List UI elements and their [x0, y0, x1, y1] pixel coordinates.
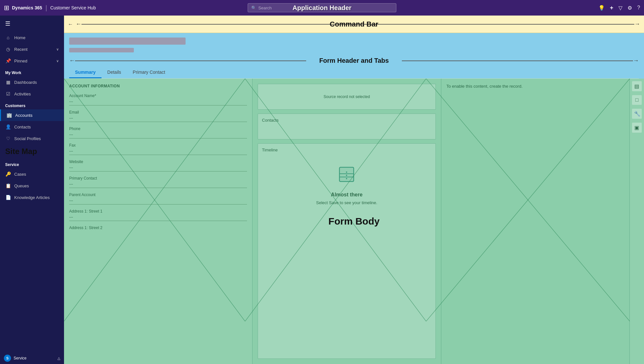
field-label-email: Email [69, 110, 247, 115]
field-label-address-street2: Address 1: Street 2 [69, 226, 247, 230]
form-sidebar-icon-box[interactable]: □ [632, 95, 642, 105]
field-value-account-name[interactable]: --- [69, 99, 247, 104]
content-area: ← ← Command Bar → ← Form Header and Tabs… [64, 16, 644, 364]
form-header-label: Form Header and Tabs [306, 57, 402, 64]
back-button[interactable]: ← [68, 21, 73, 27]
cases-icon: 🔑 [5, 171, 11, 177]
timeline-almost-there: Almost there [331, 192, 363, 198]
timeline-card: Timeline [258, 143, 435, 359]
field-value-primary-contact[interactable]: --- [69, 182, 247, 186]
user-avatar: S [4, 355, 11, 362]
sidebar-item-pinned[interactable]: 📌 Pinned ∨ [0, 55, 64, 67]
contacts-card-title: Contacts [262, 118, 431, 123]
tab-primary-contact[interactable]: Primary Contact [127, 67, 171, 78]
form-icon-sidebar: ▤ □ 🔧 ▣ [630, 79, 644, 364]
form-header: ← Form Header and Tabs → Summary Details… [64, 33, 644, 79]
section-customers: Customers [0, 100, 64, 109]
waffle-icon[interactable]: ⊞ [4, 4, 9, 12]
contacts-card: Contacts [258, 114, 435, 139]
sidebar-item-label: Queues [14, 183, 29, 188]
sidebar-item-label: Activities [14, 92, 31, 96]
field-label-account-name: Account Name* [69, 94, 247, 98]
sidebar-item-social-profiles[interactable]: ♡ Social Profiles [0, 133, 64, 144]
form-tabs: Summary Details Primary Contact [69, 67, 639, 79]
contacts-icon: 👤 [5, 124, 11, 129]
search-bar[interactable]: 🔍 Search [248, 3, 396, 12]
dashboards-icon: ▦ [5, 80, 11, 85]
app-logo: Dynamics 365 [12, 5, 42, 10]
field-underline [69, 171, 247, 171]
fh-line [75, 61, 306, 61]
sidebar: ☰ ⌂ Home ◷ Recent ∨ 📌 Pinned ∨ My Work ▦… [0, 16, 64, 364]
sidebar-item-label: Dashboards [14, 80, 37, 85]
site-map-label: Site Map [0, 144, 64, 159]
enable-content-text: To enable this content, create the recor… [446, 84, 624, 89]
form-body: Form Body ACCOUNT INFORMATION Account Na… [64, 79, 644, 364]
source-record-card: Source record not selected [258, 84, 435, 110]
sidebar-toggle[interactable]: ☰ [0, 16, 64, 32]
sidebar-item-recent[interactable]: ◷ Recent ∨ [0, 43, 64, 55]
bottom-expand-icon[interactable]: △ [58, 356, 60, 360]
field-value-address-street1[interactable]: --- [69, 215, 247, 219]
filter-icon[interactable]: ▽ [618, 5, 622, 11]
add-icon[interactable]: + [610, 5, 614, 11]
sidebar-item-queues[interactable]: 📋 Queues [0, 180, 64, 192]
sidebar-item-dashboards[interactable]: ▦ Dashboards [0, 76, 64, 88]
field-label-website: Website [69, 160, 247, 164]
sidebar-item-home[interactable]: ⌂ Home [0, 32, 64, 43]
field-underline [69, 188, 247, 188]
form-sidebar-icon-table[interactable]: ▣ [632, 123, 642, 133]
field-underline [69, 138, 247, 138]
command-bar: ← ← Command Bar → [64, 16, 644, 33]
search-placeholder: Search [258, 6, 272, 10]
help-icon[interactable]: ? [637, 5, 640, 11]
header-divider: | [45, 4, 47, 12]
field-underline [69, 155, 247, 155]
tab-details[interactable]: Details [102, 67, 127, 78]
field-value-fax[interactable]: --- [69, 149, 247, 153]
field-value-parent-account[interactable]: --- [69, 198, 247, 203]
app-header: ⊞ Dynamics 365 | Customer Service Hub 🔍 … [0, 0, 644, 16]
sidebar-item-activities[interactable]: ☑ Activities [0, 88, 64, 100]
timeline-sub-text: Select Save to see your timeline. [316, 200, 377, 205]
command-bar-line [81, 24, 358, 25]
chevron-down-icon: ∨ [56, 47, 59, 51]
section-service: Service [0, 159, 64, 168]
fh-line-right [402, 61, 633, 61]
field-value-email[interactable]: --- [69, 116, 247, 120]
accounts-icon: 🏢 [6, 113, 12, 118]
field-label-phone: Phone [69, 127, 247, 131]
hub-name: Customer Service Hub [50, 5, 96, 10]
source-record-text: Source record not selected [262, 88, 431, 105]
home-icon: ⌂ [5, 35, 11, 40]
header-icons: 💡 + ▽ ⚙ ? [598, 5, 640, 11]
field-value-phone[interactable]: --- [69, 132, 247, 137]
sidebar-item-knowledge-articles[interactable]: 📄 Knowledge Articles [0, 192, 64, 203]
field-label-parent-account: Parent Account [69, 193, 247, 197]
field-underline [69, 122, 247, 122]
arrow-left-icon: ← [76, 21, 81, 28]
sidebar-item-accounts[interactable]: 🏢 Accounts [0, 109, 64, 121]
sidebar-item-cases[interactable]: 🔑 Cases [0, 168, 64, 180]
svg-point-11 [346, 178, 347, 179]
form-sidebar-icon-wrench[interactable]: 🔧 [632, 109, 642, 119]
knowledge-icon: 📄 [5, 195, 11, 200]
lightbulb-icon[interactable]: 💡 [598, 5, 605, 11]
sidebar-item-label: Knowledge Articles [14, 195, 50, 200]
form-header-arrows: ← Form Header and Tabs → [69, 57, 639, 64]
fh-arrow-left-icon: ← [69, 57, 75, 64]
form-sidebar-icon-grid[interactable]: ▤ [632, 81, 642, 91]
settings-icon[interactable]: ⚙ [628, 5, 632, 11]
tab-summary[interactable]: Summary [69, 67, 102, 78]
bottom-bar-text: Service [14, 356, 27, 360]
sidebar-item-label: Recent [14, 47, 27, 52]
field-underline [69, 204, 247, 204]
activities-icon: ☑ [5, 91, 11, 96]
app-name: Dynamics 365 [12, 5, 42, 10]
sidebar-item-contacts[interactable]: 👤 Contacts [0, 121, 64, 133]
fh-arrow-right-icon: → [633, 57, 639, 64]
recent-icon: ◷ [5, 47, 11, 52]
field-value-website[interactable]: --- [69, 165, 247, 170]
timeline-icon-area: Almost there Select Save to see your tim… [262, 155, 431, 215]
field-label-address-street1: Address 1: Street 1 [69, 209, 247, 214]
